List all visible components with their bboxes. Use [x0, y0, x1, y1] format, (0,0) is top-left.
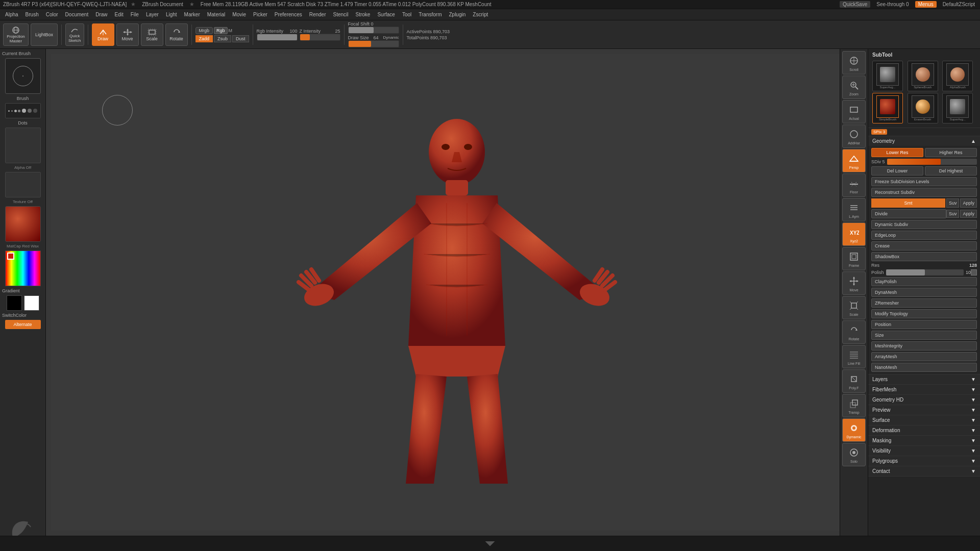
mrgb-button[interactable]: Mrgb [195, 27, 213, 34]
subtool-thumb-5[interactable]: EraserBrush [908, 93, 938, 123]
swatch-black[interactable] [7, 295, 22, 311]
default-zscript-btn[interactable]: DefaultZScript [941, 2, 977, 7]
visibility-header[interactable]: Visibility ▼ [868, 446, 980, 456]
geometry-header[interactable]: Geometry ▲ [868, 136, 980, 146]
subtool-thumb-4[interactable]: SimpleBrush [872, 93, 903, 123]
lightbox-button[interactable]: LightBox [31, 23, 58, 46]
dynamic-subdiv-button[interactable]: Dynamic Subdiv [871, 220, 977, 229]
menu-surface[interactable]: Surface [374, 11, 398, 18]
menu-edit[interactable]: Edit [112, 11, 127, 18]
rotate-view-tool[interactable]: Rotate [842, 320, 866, 344]
projection-master-button[interactable]: Projection Master [3, 23, 29, 46]
menu-layer[interactable]: Layer [143, 11, 162, 18]
divide-button[interactable]: Divide [871, 209, 946, 218]
menu-file[interactable]: File [128, 11, 142, 18]
addhar-tool[interactable]: AddHar [842, 124, 866, 148]
surface-header[interactable]: Surface ▼ [868, 415, 980, 425]
persp-tool[interactable]: Persp [842, 149, 866, 172]
del-highest-button[interactable]: Del Highest [925, 166, 977, 176]
deformation-header[interactable]: Deformation ▼ [868, 425, 980, 435]
canvas-inner[interactable] [51, 54, 863, 531]
menu-picker[interactable]: Picker [250, 11, 271, 18]
menu-document[interactable]: Document [62, 11, 92, 18]
apply-button[interactable]: Apply [960, 198, 977, 208]
menu-light[interactable]: Light [163, 11, 180, 18]
rgb-select[interactable]: Rgb [214, 27, 228, 34]
quicksave-btn[interactable]: QuickSave [840, 1, 870, 8]
crease-button[interactable]: Crease [871, 241, 977, 251]
modify-topology-button[interactable]: Modify Topology [871, 309, 977, 318]
lower-res-button[interactable]: Lower Res [871, 148, 923, 157]
menus-btn[interactable]: Menus [915, 1, 937, 8]
subtool-thumb-1[interactable]: SuperAvg... [872, 61, 903, 91]
move-button[interactable]: Move [116, 23, 139, 46]
menu-draw[interactable]: Draw [92, 11, 110, 18]
polish-slider[interactable] [886, 269, 964, 276]
scale-view-tool[interactable]: Scale [842, 296, 866, 319]
frame-tool[interactable]: Frame [842, 247, 866, 270]
arraymesh-button[interactable]: ArrayMesh [871, 352, 977, 361]
suv-button[interactable]: Suv [946, 198, 960, 208]
canvas-area[interactable] [46, 49, 868, 536]
alpha-preview[interactable] [5, 128, 41, 163]
dynamic-btn[interactable]: Dynamic [383, 35, 399, 40]
dots-preview[interactable] [5, 103, 41, 118]
higher-res-button[interactable]: Higher Res [925, 148, 977, 157]
linefill-tool[interactable]: Line Fill [842, 345, 866, 368]
focal-shift-slider[interactable] [348, 27, 399, 34]
scroll-tool[interactable]: Scroll [842, 51, 866, 74]
layers-header[interactable]: Layers ▼ [868, 374, 980, 384]
brush-preview[interactable] [5, 58, 41, 94]
shadowbox-button[interactable]: ShadowBox [871, 252, 977, 261]
rotate-button[interactable]: Rotate [165, 23, 188, 46]
del-lower-button[interactable]: Del Lower [871, 166, 923, 176]
actual-tool[interactable]: Actual [842, 100, 866, 123]
smt-button[interactable]: Smt [871, 198, 945, 208]
subtool-thumb-3[interactable]: AlphaBrush [942, 61, 973, 91]
polyf-tool[interactable]: Poly.F [842, 369, 866, 393]
dust-button[interactable]: Dust [232, 35, 249, 42]
menu-color[interactable]: Color [43, 11, 61, 18]
contact-header[interactable]: Contact ▼ [868, 466, 980, 476]
floor-tool[interactable]: Floor [842, 173, 866, 197]
menu-tool[interactable]: Tool [399, 11, 414, 18]
sdiv-slider[interactable] [887, 159, 977, 165]
menu-brush[interactable]: Brush [22, 11, 42, 18]
size-button[interactable]: Size [871, 331, 977, 340]
alternate-button[interactable]: Alternate [5, 320, 41, 329]
zsub-button[interactable]: Zsub [214, 35, 231, 42]
fibermesh-header[interactable]: FiberMesh ▼ [868, 385, 980, 394]
menu-render[interactable]: Render [306, 11, 329, 18]
bottom-arrow-icon[interactable] [485, 541, 495, 546]
position-button[interactable]: Position [871, 320, 977, 329]
menu-zplugin[interactable]: Zplugin [446, 11, 469, 18]
laym-tool[interactable]: L.Aym [842, 198, 866, 221]
swatch-white[interactable] [24, 295, 39, 311]
apply-small-button[interactable]: Apply [960, 210, 977, 218]
quick-sketch-button[interactable]: Quick Sketch [65, 23, 84, 46]
z-intensity-slider[interactable] [300, 34, 340, 41]
subtool-thumb-6[interactable]: SuperAvg... [942, 93, 973, 123]
color-picker-container[interactable] [5, 251, 41, 286]
menu-transform[interactable]: Transform [415, 11, 445, 18]
solo-tool[interactable]: Solo [842, 443, 866, 466]
menu-stencil[interactable]: Stencil [330, 11, 352, 18]
menu-material[interactable]: Material [204, 11, 229, 18]
menu-alpha[interactable]: Alpha [2, 11, 21, 18]
dynamic-tool[interactable]: Dymamic [842, 418, 866, 442]
draw-size-slider[interactable] [348, 40, 399, 47]
rgb-intensity-slider[interactable] [257, 34, 298, 41]
menu-stroke[interactable]: Stroke [353, 11, 374, 18]
masking-header[interactable]: Masking ▼ [868, 436, 980, 445]
transp-tool[interactable]: Transp [842, 394, 866, 417]
preview-header[interactable]: Preview ▼ [868, 405, 980, 415]
scale-button[interactable]: Scale [141, 23, 163, 46]
zoom-tool[interactable]: Zoom [842, 76, 866, 99]
zadd-button[interactable]: Zadd [195, 35, 213, 42]
suv-small-button[interactable]: Suv [946, 210, 960, 218]
geometry-hd-header[interactable]: Geometry HD ▼ [868, 395, 980, 405]
subtool-thumb-2[interactable]: SphereBrush [908, 61, 938, 91]
sp3-badge[interactable]: SPix 3 [871, 129, 887, 135]
menu-zscript[interactable]: Zscript [470, 11, 491, 18]
polygroups-header[interactable]: Polygroups ▼ [868, 456, 980, 466]
